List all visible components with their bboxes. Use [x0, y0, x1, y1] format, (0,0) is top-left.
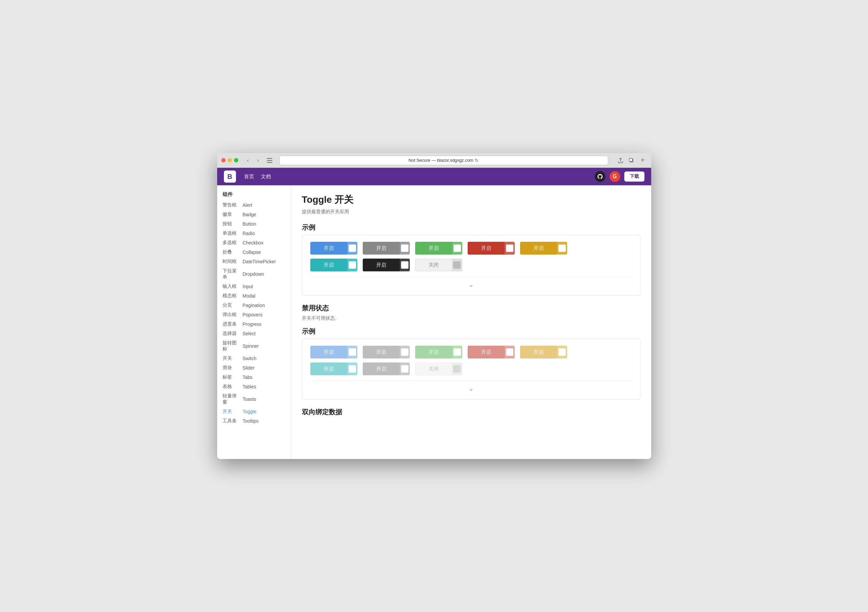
sidebar-item-toggle[interactable]: 开关 Toggle: [217, 407, 291, 416]
download-button[interactable]: 下载: [624, 171, 645, 182]
toggle-blue-disabled: 开启: [310, 346, 357, 359]
toggle-red-label: 开启: [468, 242, 505, 255]
section2-example-title: 示例: [302, 327, 640, 336]
page-title: Toggle 开关: [302, 193, 640, 206]
sidebar: 组件 警告框 Alert 徽章 Badge 按钮 Button 单选框 Radi…: [217, 185, 291, 459]
toggle-teal[interactable]: 开启: [310, 259, 357, 271]
address-bar[interactable]: Not Secure — blazor.sdgxgz.com ↻: [279, 156, 608, 165]
new-tab-button[interactable]: +: [639, 156, 647, 165]
toggle-red-knob: [505, 242, 515, 255]
section2-title: 禁用状态: [302, 304, 640, 313]
github-icon[interactable]: [595, 171, 606, 182]
nav-home[interactable]: 首页: [244, 174, 254, 180]
toggle-yellow-disabled-knob: [557, 346, 567, 359]
section2-desc: 开关不可用状态。: [302, 315, 640, 322]
toggle-blue-knob-inner: [349, 244, 356, 252]
toggle-teal-label: 开启: [310, 259, 347, 271]
toggle-black-disabled: 开启: [363, 362, 410, 375]
sidebar-item-switch[interactable]: 开关 Switch: [217, 354, 291, 363]
toggle-yellow-knob-inner: [558, 244, 566, 252]
toggle-teal-knob-inner: [349, 261, 356, 269]
sidebar-item-toasts[interactable]: 轻量弹窗 Toasts: [217, 391, 291, 407]
toggle-red-disabled-knob: [505, 346, 515, 359]
sidebar-item-select[interactable]: 选择器 Select: [217, 329, 291, 338]
toggle-yellow-label: 开启: [520, 242, 557, 255]
duplicate-button[interactable]: [627, 156, 636, 165]
toggle-disabled-row-2: 开启 开启 关闭: [310, 362, 632, 375]
sidebar-item-datetimepicker[interactable]: 时间框 DateTimePicker: [217, 257, 291, 266]
share-button[interactable]: [616, 156, 625, 165]
toggle-green-knob-inner: [454, 244, 461, 252]
reload-button[interactable]: ↻: [475, 158, 479, 163]
sidebar-item-tables[interactable]: 表格 Tables: [217, 382, 291, 391]
traffic-lights: [221, 158, 238, 162]
maximize-button[interactable]: [234, 158, 238, 162]
toggle-yellow-disabled-label: 开启: [520, 346, 557, 359]
toggle-red-disabled: 开启: [468, 346, 515, 359]
toggle-off-knob-inner: [453, 261, 460, 269]
sidebar-item-button[interactable]: 按钮 Button: [217, 219, 291, 229]
toggle-green-label: 开启: [415, 242, 452, 255]
sidebar-item-input[interactable]: 输入框 Input: [217, 282, 291, 291]
app-header: B 首页 文档 G 下载: [217, 168, 651, 185]
toggle-gray[interactable]: 开启: [363, 242, 410, 255]
toggle-green-disabled-knob-inner: [454, 348, 461, 356]
toggle-off-disabled-knob: [452, 363, 462, 375]
sidebar-item-modal[interactable]: 模态框 Modal: [217, 291, 291, 301]
toggle-off[interactable]: 关闭: [415, 259, 462, 271]
svg-rect-1: [267, 160, 272, 161]
toggle-gray-knob-inner: [401, 244, 408, 252]
sidebar-item-collapse[interactable]: 折叠 Collapse: [217, 247, 291, 257]
forward-button[interactable]: ›: [254, 156, 262, 165]
sidebar-item-progress[interactable]: 进度条 Progress: [217, 320, 291, 329]
app-logo: B: [224, 171, 236, 183]
toggle-blue[interactable]: 开启: [310, 242, 357, 255]
sidebar-section-title: 组件: [217, 190, 291, 200]
page-subtitle: 提供最普通的开关应用: [302, 209, 640, 215]
toggle-blue-disabled-knob: [347, 346, 357, 359]
toggle-row-2: 开启 开启 关闭: [310, 259, 632, 271]
sidebar-item-popovers[interactable]: 弹出框 Popovers: [217, 310, 291, 320]
toggle-teal-disabled-label: 开启: [310, 362, 347, 375]
minimize-button[interactable]: [228, 158, 232, 162]
browser-nav: ‹ ›: [244, 156, 262, 165]
toggle-yellow-disabled: 开启: [520, 346, 567, 359]
collapse-button-1[interactable]: ⌄: [468, 280, 474, 289]
toggle-gray-disabled: 开启: [363, 346, 410, 359]
toggle-green[interactable]: 开启: [415, 242, 462, 255]
sidebar-item-slider[interactable]: 滑块 Slider: [217, 363, 291, 373]
toggle-disabled-row-1: 开启 开启 开启: [310, 346, 632, 359]
sidebar-item-tabs[interactable]: 标签 Tabs: [217, 373, 291, 382]
nav-docs[interactable]: 文档: [261, 174, 271, 180]
sidebar-item-spinner[interactable]: 旋转图标 Spinner: [217, 338, 291, 354]
toggle-yellow-knob: [557, 242, 567, 255]
toggle-black-disabled-label: 开启: [363, 362, 400, 375]
toggle-blue-label: 开启: [310, 242, 347, 255]
back-button[interactable]: ‹: [244, 156, 253, 165]
demo-box-2: 开启 开启 开启: [302, 339, 640, 399]
sidebar-item-radio[interactable]: 单选框 Radio: [217, 229, 291, 238]
section3-title: 双向绑定数据: [302, 407, 640, 416]
toggle-red-knob-inner: [506, 244, 513, 252]
sidebar-item-checkbox[interactable]: 多选框 Checkbox: [217, 238, 291, 247]
sidebar-item-alert[interactable]: 警告框 Alert: [217, 200, 291, 210]
toggle-off-disabled-label: 关闭: [415, 366, 452, 372]
sidebar-item-dropdown[interactable]: 下拉菜单 Dropdown: [217, 266, 291, 282]
toggle-black[interactable]: 开启: [363, 259, 410, 271]
toggle-yellow-disabled-knob-inner: [558, 348, 566, 356]
section1-title: 示例: [302, 223, 640, 232]
toggle-red[interactable]: 开启: [468, 242, 515, 255]
sidebar-item-pagination[interactable]: 分页 Pagination: [217, 301, 291, 310]
toggle-black-disabled-knob: [400, 362, 410, 375]
toggle-red-disabled-label: 开启: [468, 346, 505, 359]
sidebar-item-badge[interactable]: 徽章 Badge: [217, 210, 291, 219]
sidebar-toggle-button[interactable]: [265, 156, 274, 165]
g-icon[interactable]: G: [609, 171, 620, 182]
toggle-gray-disabled-knob-inner: [401, 348, 408, 356]
app-body: 组件 警告框 Alert 徽章 Badge 按钮 Button 单选框 Radi…: [217, 185, 651, 459]
toggle-yellow[interactable]: 开启: [520, 242, 567, 255]
close-button[interactable]: [221, 158, 226, 162]
toggle-off-disabled-knob-inner: [453, 365, 460, 373]
sidebar-item-tooltips[interactable]: 工具条 Tooltips: [217, 416, 291, 426]
collapse-button-2[interactable]: ⌄: [468, 384, 474, 392]
